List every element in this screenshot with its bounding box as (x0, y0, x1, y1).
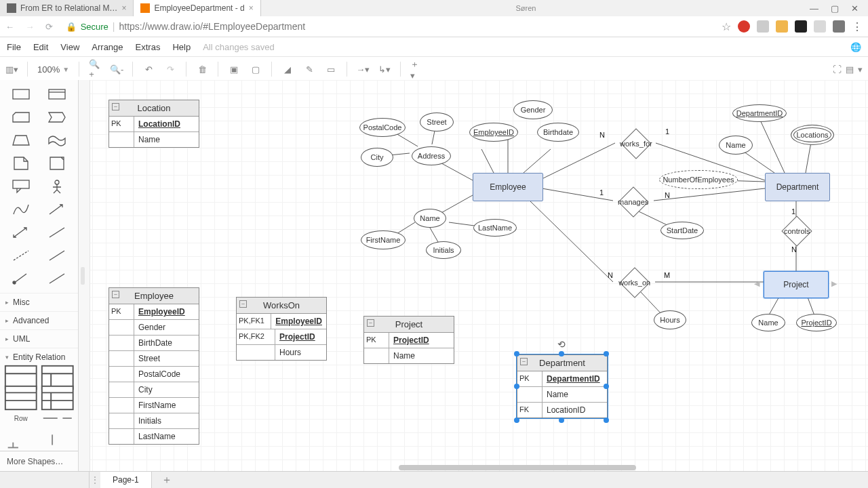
fill-icon[interactable]: ◢ (281, 63, 294, 75)
rel-works-for[interactable]: works_for (620, 128, 651, 159)
connector-icon[interactable]: →▾ (357, 63, 369, 75)
shape-doc[interactable] (3, 152, 39, 175)
table-row[interactable]: Name (109, 132, 199, 147)
shape-actor[interactable] (39, 175, 76, 198)
table-row[interactable]: City (109, 382, 199, 398)
abp-icon[interactable] (738, 20, 750, 33)
close-icon[interactable]: × (121, 3, 126, 13)
redo-icon[interactable]: ↷ (164, 63, 176, 75)
menu-help[interactable]: Help (172, 42, 191, 52)
forward-icon[interactable]: → (26, 22, 38, 32)
more-shapes-button[interactable]: More Shapes… (0, 451, 78, 472)
table-row[interactable]: Name (364, 348, 454, 363)
zoom-in-icon[interactable]: 🔍+ (89, 63, 101, 75)
attr-proj-name[interactable]: Name (751, 314, 785, 331)
attr-postalcode[interactable]: PostalCode (359, 118, 406, 137)
undo-icon[interactable]: ↶ (142, 63, 155, 75)
ext-icon[interactable] (795, 20, 807, 33)
shape-line-diag[interactable] (39, 221, 76, 244)
table-row[interactable]: FKLocationID (517, 403, 607, 418)
menu-icon[interactable]: ⋮ (852, 20, 863, 33)
er-table3[interactable] (3, 388, 39, 408)
ext-icon[interactable] (757, 20, 769, 33)
to-front-icon[interactable]: ▣ (228, 63, 240, 75)
shape-line[interactable] (39, 244, 76, 267)
rotate-handle-icon[interactable]: ⟲ (557, 339, 566, 350)
reload-icon[interactable]: ⟳ (45, 22, 58, 32)
table-row[interactable]: PKLocationID (109, 117, 199, 132)
browser-tab-0[interactable]: From ER to Relational M… × (0, 0, 134, 16)
attr-dept-name[interactable]: Name (719, 136, 753, 155)
insert-icon[interactable]: ＋▾ (410, 63, 422, 75)
selection-handle[interactable] (604, 384, 609, 389)
attr-firstname[interactable]: FirstName (361, 230, 406, 249)
menu-arrange[interactable]: Arrange (92, 42, 123, 52)
attr-startdate[interactable]: StartDate (660, 222, 704, 239)
zoom-out-icon[interactable]: 🔍- (111, 63, 123, 75)
maximize-icon[interactable]: ▢ (831, 3, 839, 14)
shape-callout[interactable] (3, 175, 39, 198)
attr-address[interactable]: Address (412, 146, 451, 165)
table-row[interactable]: Gender (109, 320, 199, 336)
attr-departmentid[interactable]: DepartmentID (732, 104, 787, 122)
shadow-icon[interactable]: ▭ (325, 63, 337, 75)
table-row[interactable]: PostalCode (109, 367, 199, 382)
shape-step[interactable] (39, 106, 76, 129)
globe-icon[interactable]: 🌐 (850, 42, 861, 52)
back-icon[interactable]: ← (5, 22, 18, 32)
page-tab-1[interactable]: Page-1 (100, 472, 152, 488)
attr-street[interactable]: Street (420, 113, 454, 131)
to-back-icon[interactable]: ▢ (250, 63, 262, 75)
rel-manages[interactable]: manages (618, 186, 648, 217)
scrollbar-thumb[interactable] (399, 465, 636, 470)
shape-arrow2[interactable] (39, 198, 76, 221)
sidebar-section-uml[interactable]: ▸UML (0, 329, 78, 348)
shape-dash[interactable] (3, 244, 39, 267)
table-row[interactable]: PK,FK2ProjectID (237, 329, 326, 345)
view-mode-icon[interactable]: ▥▾ (5, 63, 18, 75)
attr-name[interactable]: Name (414, 209, 446, 228)
entity-department[interactable]: Department (765, 173, 830, 201)
table-row[interactable]: FirstName (109, 398, 199, 413)
attr-city[interactable]: City (361, 148, 393, 167)
shape-wave[interactable] (39, 129, 76, 152)
table-row[interactable]: Street (109, 351, 199, 367)
table-workson[interactable]: –WorksOn PK,FK1EmployeeIDPK,FK2ProjectID… (236, 297, 327, 361)
er-misc[interactable] (3, 428, 39, 449)
shape-rect[interactable] (3, 83, 39, 106)
selection-handle[interactable] (604, 351, 609, 357)
attr-projectid[interactable]: ProjectID (796, 314, 837, 331)
pages-menu-icon[interactable]: ⋮ (90, 472, 100, 488)
ext-icon[interactable] (814, 20, 826, 33)
selection-handle[interactable] (604, 418, 609, 423)
delete-icon[interactable]: 🗑 (196, 63, 208, 75)
shape-conn1[interactable] (3, 267, 39, 290)
table-row[interactable]: Initials (109, 413, 199, 429)
shape-card[interactable] (3, 106, 39, 129)
attr-numemployees[interactable]: NumberOfEmployees (659, 170, 738, 189)
omnibox[interactable]: 🔒 Secure | https://www.draw.io/#LEmploye… (66, 21, 713, 32)
fullscreen-icon[interactable]: ⛶ (833, 64, 842, 75)
sidebar-section-misc[interactable]: ▸Misc (0, 293, 78, 311)
selection-handle[interactable] (514, 418, 519, 423)
rel-controls[interactable]: controls (781, 216, 812, 246)
menu-edit[interactable]: Edit (33, 42, 48, 52)
collapse-icon[interactable]: ▾ (858, 64, 863, 75)
zoom-control[interactable]: 100% ▼ (37, 64, 69, 75)
table-employee[interactable]: –Employee PKEmployeeIDGenderBirthDateStr… (108, 287, 199, 445)
table-row[interactable]: PKEmployeeID (109, 304, 199, 320)
attr-birthdate[interactable]: Birthdate (537, 123, 579, 142)
entity-employee[interactable]: Employee (473, 173, 543, 201)
minimize-icon[interactable]: — (810, 3, 818, 14)
table-project[interactable]: –Project PKProjectIDName (363, 316, 454, 364)
table-row[interactable]: PKProjectID (364, 333, 454, 348)
attr-gender[interactable]: Gender (513, 100, 553, 119)
waypoint-icon[interactable]: ↳▾ (378, 63, 391, 75)
ext-icon[interactable] (776, 20, 788, 33)
attr-locations[interactable]: Locations (791, 125, 834, 145)
table-row[interactable]: PKDepartmentID (517, 371, 607, 387)
close-icon[interactable]: × (249, 3, 254, 13)
menu-file[interactable]: File (7, 42, 21, 52)
shape-curve[interactable] (3, 198, 39, 221)
menu-extras[interactable]: Extras (136, 42, 161, 52)
